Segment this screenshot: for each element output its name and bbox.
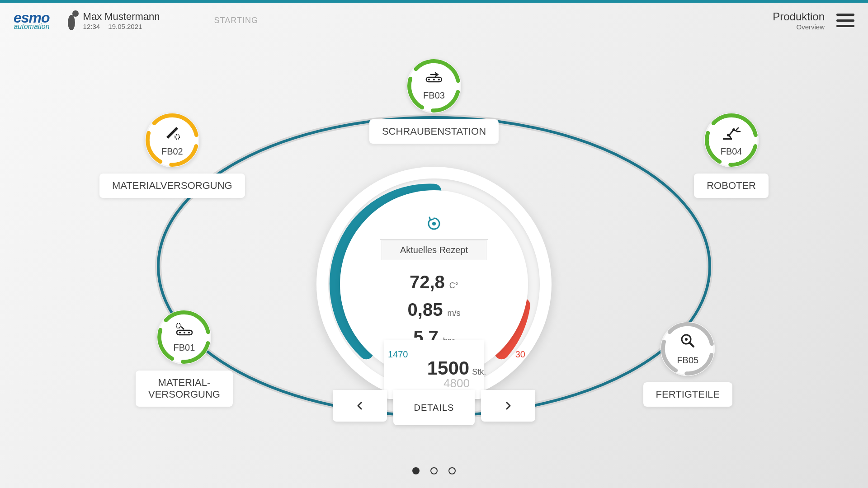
station-label: MATERIALVERSORGUNG (99, 174, 245, 198)
system-status: STARTING (214, 16, 258, 25)
station-fb05[interactable]: FB05 FERTIGTEILE (643, 322, 732, 407)
recipe-cycle-icon (426, 216, 442, 235)
center-dial: Aktuelles Rezept 72,8 C° 0,85 m/s 5,7 ba… (316, 167, 552, 402)
svg-point-9 (707, 115, 756, 164)
page-subtitle: Overview (773, 23, 825, 31)
next-button[interactable] (481, 390, 535, 422)
pager-dot-2[interactable] (448, 467, 456, 474)
details-button[interactable]: DETAILS (393, 390, 475, 425)
page-title-block: Produktion Overview (773, 10, 825, 31)
count-good: 1470 (388, 349, 408, 360)
station-fb02[interactable]: FB02 MATERIALVERSORGUNG (99, 113, 245, 198)
prev-button[interactable] (333, 390, 387, 422)
station-fb04[interactable]: FB04 ROBOTER (694, 113, 769, 198)
pager-dot-0[interactable] (412, 467, 420, 474)
stage: FB03 SCHRAUBENSTATION FB02 MATERIALVERSO… (0, 45, 868, 488)
metric-temperature: 72,8 C° (410, 272, 458, 292)
logo: esmo automation (14, 10, 50, 30)
station-fb01[interactable]: FB01 MATERIAL- VERSORGUNG (136, 310, 233, 407)
pager-dot-1[interactable] (430, 467, 438, 474)
station-label: MATERIAL- VERSORGUNG (136, 371, 233, 407)
count-bad: 30 (515, 349, 525, 360)
station-label: SCHRAUBENSTATION (369, 119, 499, 144)
svg-point-19 (663, 324, 712, 373)
page-title: Produktion (773, 10, 825, 23)
pager (412, 467, 456, 474)
svg-point-22 (432, 222, 436, 225)
user-name: Max Mustermann (83, 11, 160, 23)
metric-speed: 0,85 m/s (408, 300, 461, 320)
clock-time: 12:34 (83, 23, 100, 30)
svg-point-2 (409, 61, 458, 110)
chevron-left-icon (355, 401, 365, 411)
user-icon (68, 10, 83, 30)
count-target: 4800 (384, 376, 529, 390)
user-block: Max Mustermann 12:34 19.05.2021 (83, 11, 160, 30)
recipe-label[interactable]: Aktuelles Rezept (382, 240, 486, 260)
clock-date: 19.05.2021 (108, 23, 142, 30)
chevron-right-icon (503, 401, 513, 411)
header: esmo automation Max Mustermann 12:34 19.… (0, 3, 868, 38)
station-label: ROBOTER (694, 174, 769, 198)
svg-point-7 (147, 115, 197, 164)
logo-sub: automation (14, 23, 50, 30)
count-total: 1500Stk. (427, 357, 486, 379)
station-label: FERTIGTEILE (643, 382, 732, 407)
menu-icon[interactable] (836, 14, 854, 27)
station-fb03[interactable]: FB03 SCHRAUBENSTATION (369, 59, 499, 144)
svg-point-13 (160, 312, 209, 361)
